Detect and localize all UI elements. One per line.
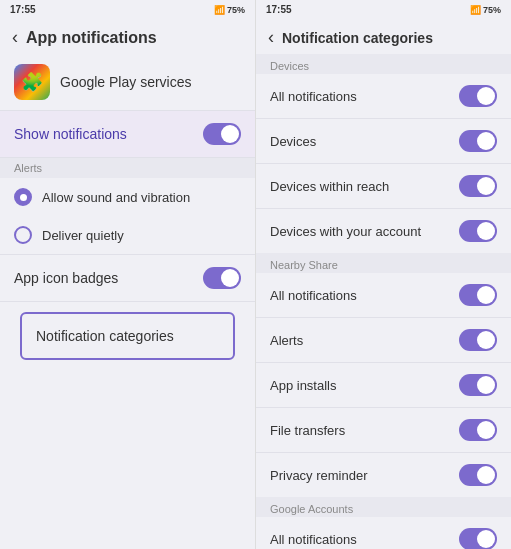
deliver-quietly-label: Deliver quietly	[42, 228, 124, 243]
section-nearby-label: Nearby Share	[256, 253, 511, 273]
app-row: 🧩 Google Play services	[0, 54, 255, 110]
left-page-title: App notifications	[26, 29, 157, 47]
left-panel: 17:55 📶 75% ‹ App notifications 🧩 Google…	[0, 0, 255, 549]
devices-all-notifications-row[interactable]: All notifications	[256, 74, 511, 118]
devices-within-reach-toggle[interactable]	[459, 175, 497, 197]
nearby-app-installs-toggle[interactable]	[459, 374, 497, 396]
notification-categories-row[interactable]: Notification categories	[20, 312, 235, 360]
right-status-icons: 📶 75%	[470, 5, 501, 15]
nearby-privacy-toggle[interactable]	[459, 464, 497, 486]
right-panel: 17:55 📶 75% ‹ Notification categories De…	[255, 0, 511, 549]
notification-categories-label: Notification categories	[36, 328, 174, 344]
left-network-icon: 📶	[214, 5, 225, 15]
app-name: Google Play services	[60, 74, 192, 90]
right-network-icon: 📶	[470, 5, 481, 15]
app-icon-badges-label: App icon badges	[14, 270, 118, 286]
nearby-alerts-toggle[interactable]	[459, 329, 497, 351]
show-notifications-row[interactable]: Show notifications	[0, 111, 255, 157]
left-status-icons: 📶 75%	[214, 5, 245, 15]
devices-with-account-toggle[interactable]	[459, 220, 497, 242]
left-status-bar: 17:55 📶 75%	[0, 0, 255, 19]
right-time: 17:55	[266, 4, 292, 15]
devices-all-notifications-toggle[interactable]	[459, 85, 497, 107]
devices-with-account-row[interactable]: Devices with your account	[256, 209, 511, 253]
nearby-all-toggle[interactable]	[459, 284, 497, 306]
right-content: Devices All notifications Devices Device…	[256, 54, 511, 549]
deliver-quietly-row[interactable]: Deliver quietly	[0, 216, 255, 254]
devices-within-reach-label: Devices within reach	[270, 179, 389, 194]
google-all-label: All notifications	[270, 532, 357, 547]
left-time: 17:55	[10, 4, 36, 15]
toggle-knob	[221, 125, 239, 143]
show-notifications-label: Show notifications	[14, 126, 127, 142]
nearby-file-transfers-label: File transfers	[270, 423, 345, 438]
nearby-alerts-label: Alerts	[270, 333, 303, 348]
nearby-file-transfers-row[interactable]: File transfers	[256, 408, 511, 452]
devices-within-reach-row[interactable]: Devices within reach	[256, 164, 511, 208]
allow-sound-row[interactable]: Allow sound and vibration	[0, 178, 255, 216]
app-icon-badges-knob	[221, 269, 239, 287]
left-battery-text: 75%	[227, 5, 245, 15]
google-all-row[interactable]: All notifications	[256, 517, 511, 549]
nearby-privacy-row[interactable]: Privacy reminder	[256, 453, 511, 497]
section-google-label: Google Accounts	[256, 497, 511, 517]
puzzle-icon: 🧩	[21, 71, 43, 93]
devices-label: Devices	[270, 134, 316, 149]
google-all-toggle[interactable]	[459, 528, 497, 549]
devices-all-notifications-label: All notifications	[270, 89, 357, 104]
app-icon-badges-toggle[interactable]	[203, 267, 241, 289]
nearby-app-installs-label: App installs	[270, 378, 336, 393]
alerts-section-label: Alerts	[0, 158, 255, 178]
devices-row[interactable]: Devices	[256, 119, 511, 163]
right-back-button[interactable]: ‹	[268, 27, 274, 48]
app-icon-badges-row[interactable]: App icon badges	[0, 255, 255, 301]
devices-toggle[interactable]	[459, 130, 497, 152]
right-header: ‹ Notification categories	[256, 19, 511, 54]
allow-sound-label: Allow sound and vibration	[42, 190, 190, 205]
nearby-alerts-row[interactable]: Alerts	[256, 318, 511, 362]
section-devices-label: Devices	[256, 54, 511, 74]
right-status-bar: 17:55 📶 75%	[256, 0, 511, 19]
nearby-all-row[interactable]: All notifications	[256, 273, 511, 317]
nearby-app-installs-row[interactable]: App installs	[256, 363, 511, 407]
devices-with-account-label: Devices with your account	[270, 224, 421, 239]
nearby-privacy-label: Privacy reminder	[270, 468, 368, 483]
nearby-file-transfers-toggle[interactable]	[459, 419, 497, 441]
nearby-all-label: All notifications	[270, 288, 357, 303]
allow-sound-radio[interactable]	[14, 188, 32, 206]
right-page-title: Notification categories	[282, 30, 433, 46]
deliver-quietly-radio[interactable]	[14, 226, 32, 244]
left-back-button[interactable]: ‹	[12, 27, 18, 48]
right-battery-text: 75%	[483, 5, 501, 15]
app-icon: 🧩	[14, 64, 50, 100]
left-header: ‹ App notifications	[0, 19, 255, 54]
show-notifications-toggle[interactable]	[203, 123, 241, 145]
